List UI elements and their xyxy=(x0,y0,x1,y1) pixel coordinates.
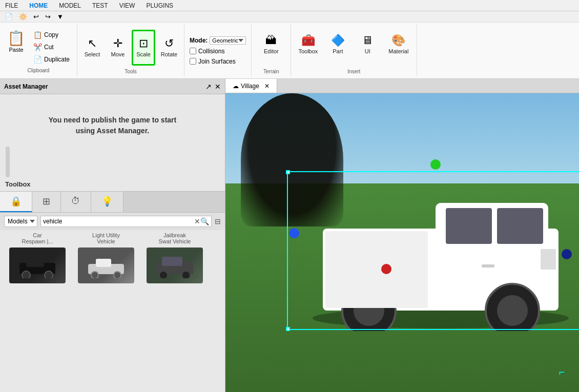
asset-manager-header: Asset Manager ↗ ✕ xyxy=(0,79,225,94)
paste-button[interactable]: 📋 Paste xyxy=(5,28,27,55)
part-label: Part xyxy=(333,48,343,54)
viewport-tab-village[interactable]: ☁ Village ✕ xyxy=(225,79,277,93)
svg-rect-21 xyxy=(325,231,428,308)
svg-point-7 xyxy=(114,272,121,278)
editor-label: Editor xyxy=(264,48,279,54)
menu-model[interactable]: MODEL xyxy=(57,1,83,10)
duplicate-button[interactable]: 📄 Duplicate xyxy=(31,54,72,65)
svg-point-20 xyxy=(497,295,528,326)
collisions-checkbox[interactable] xyxy=(190,48,196,54)
svg-point-10 xyxy=(159,271,168,278)
menu-file[interactable]: FILE xyxy=(3,1,20,10)
insert-title: Insert xyxy=(295,69,412,74)
paste-icon: 📋 xyxy=(7,30,25,47)
toolbox-tab-bulb[interactable]: 💡 xyxy=(91,192,123,212)
copy-label: Copy xyxy=(44,31,58,38)
thumb-2 xyxy=(147,247,203,283)
clear-search-icon[interactable]: ✕ xyxy=(194,217,200,225)
result-item-2[interactable] xyxy=(141,247,208,283)
material-button[interactable]: 🎨 Material xyxy=(384,27,412,63)
open-icon[interactable]: 🔆 xyxy=(17,12,29,21)
toolbox-tab-clock[interactable]: ⏱ xyxy=(61,192,91,212)
rotate-button[interactable]: ↺ Rotate xyxy=(157,30,181,66)
toolbox-icon: 🧰 xyxy=(301,35,315,46)
cut-button[interactable]: ✂️ Cut xyxy=(31,42,72,52)
menu-bar: FILE HOME MODEL TEST VIEW PLUGINS xyxy=(0,0,579,11)
rotate-label: Rotate xyxy=(161,51,177,57)
svg-rect-9 xyxy=(162,257,182,266)
copy-button[interactable]: 📋 Copy xyxy=(31,30,72,40)
redo-icon[interactable]: ↪ xyxy=(44,12,52,21)
scale-icon: ⊡ xyxy=(139,38,148,49)
menu-plugins[interactable]: PLUGINS xyxy=(144,1,175,10)
quick-access-bar: 📄 🔆 ↩ ↪ ▼ xyxy=(0,11,579,23)
cloud-icon: ☁ xyxy=(233,82,239,90)
join-surfaces-checkbox[interactable] xyxy=(190,58,196,65)
mode-label: Mode: xyxy=(190,37,208,44)
viewport: ☁ Village ✕ xyxy=(225,79,579,392)
scale-button[interactable]: ⊡ Scale xyxy=(132,30,155,66)
float-icon[interactable]: ↗ xyxy=(205,82,212,91)
svg-rect-16 xyxy=(497,208,543,244)
search-input-wrap: ✕ 🔍 xyxy=(40,216,212,227)
toolbox-button[interactable]: 🧰 Toolbox xyxy=(295,27,321,63)
tools-section: ↖ Select ✛ Move ⊡ Scale ↺ Rotate Tools xyxy=(77,25,184,76)
duplicate-label: Duplicate xyxy=(44,56,70,63)
svg-point-11 xyxy=(182,271,190,278)
panel-icons: ↗ ✕ xyxy=(205,82,221,91)
paste-label: Paste xyxy=(9,47,23,53)
close-icon[interactable]: ✕ xyxy=(215,82,221,91)
editor-icon: 🏔 xyxy=(265,35,277,46)
red-handle[interactable] xyxy=(381,264,391,274)
viewport-tab-bar: ☁ Village ✕ xyxy=(225,79,579,93)
ui-label: UI xyxy=(365,48,370,54)
green-handle[interactable] xyxy=(430,159,441,170)
menu-home[interactable]: HOME xyxy=(27,1,50,10)
search-result-labels: CarRespawn |... Light UtilityVehicle Jai… xyxy=(0,230,225,246)
search-input[interactable] xyxy=(43,218,194,225)
svg-point-2 xyxy=(22,271,30,278)
svg-rect-1 xyxy=(26,258,44,267)
toolbox-tab-grid[interactable]: ⊞ xyxy=(32,192,61,212)
part-icon: 🔷 xyxy=(331,35,345,46)
viewport-content[interactable]: ⌐ xyxy=(225,93,579,392)
asset-manager-message: You need to publish the game to startusi… xyxy=(0,105,225,147)
result-item-0[interactable] xyxy=(4,247,71,283)
clipboard-title: Clipboard xyxy=(5,68,72,73)
mode-section: Mode: Geometric Physical Collisions Join… xyxy=(184,25,252,76)
menu-test[interactable]: TEST xyxy=(90,1,110,10)
result-item-1[interactable] xyxy=(73,247,139,283)
thumb-1 xyxy=(78,247,134,283)
part-button[interactable]: 🔷 Part xyxy=(325,27,350,63)
search-icon[interactable]: 🔍 xyxy=(200,217,209,225)
toolbox-filters: Models ✕ 🔍 ⊟ xyxy=(0,213,225,230)
editor-button[interactable]: 🏔 Editor xyxy=(256,27,286,63)
viewport-tab-label: Village xyxy=(241,82,259,90)
svg-rect-23 xyxy=(541,249,556,270)
toolbox-tab-lock[interactable]: 🔒 xyxy=(0,192,32,212)
cut-label: Cut xyxy=(44,44,54,51)
result-label-2: JailbreakSwat Vehicle xyxy=(141,232,208,244)
search-results xyxy=(0,246,225,284)
menu-view[interactable]: VIEW xyxy=(117,1,137,10)
main-area: Asset Manager ↗ ✕ You need to publish th… xyxy=(0,79,579,392)
cut-icon: ✂️ xyxy=(33,43,42,51)
svg-rect-15 xyxy=(446,208,492,244)
select-button[interactable]: ↖ Select xyxy=(80,30,104,66)
category-select[interactable]: Models xyxy=(4,216,37,227)
filter-options-icon[interactable]: ⊟ xyxy=(215,217,221,225)
ui-button[interactable]: 🖥 UI xyxy=(355,27,380,63)
corner-handle-icon: ⌐ xyxy=(559,366,565,378)
move-button[interactable]: ✛ Move xyxy=(106,30,130,66)
dropdown-icon[interactable]: ▼ xyxy=(55,12,65,21)
undo-icon[interactable]: ↩ xyxy=(32,12,40,21)
clipboard-section: 📋 Paste 📋 Copy ✂️ Cut 📄 Duplicate Clipbo… xyxy=(0,25,77,76)
viewport-tab-close[interactable]: ✕ xyxy=(264,82,270,90)
insert-section: 🧰 Toolbox 🔷 Part 🖥 UI 🎨 Material Insert xyxy=(291,25,417,76)
rotate-icon: ↺ xyxy=(164,38,174,49)
mode-select[interactable]: Geometric Physical xyxy=(210,36,246,45)
select-icon: ↖ xyxy=(88,38,97,49)
new-icon[interactable]: 📄 xyxy=(3,12,14,21)
ribbon: 📋 Paste 📋 Copy ✂️ Cut 📄 Duplicate Clipbo… xyxy=(0,23,579,79)
material-label: Material xyxy=(388,48,408,54)
